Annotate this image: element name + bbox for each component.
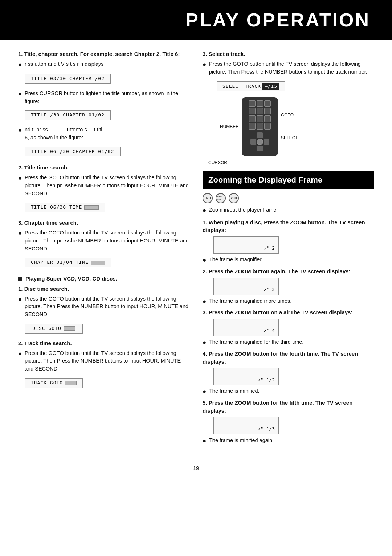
select-track-bullet1-text: Press the GOTO button until the TV scree… (209, 60, 374, 76)
zoom-tv-box-2: ↗" 3 (213, 278, 279, 295)
select-label: SELECT (281, 135, 298, 141)
section2-heading: 2. Title time search. (18, 164, 189, 172)
zoom-tv-box-4: ↗" 1/2 (213, 368, 279, 385)
dvd-icon: DVD (203, 193, 213, 203)
dpad-center (257, 139, 263, 145)
select-track-bullet1: ● Press the GOTO button until the TV scr… (203, 60, 374, 76)
zoom-tv-box-1: ↗" 2 (213, 236, 279, 254)
zoom-step5-bullet: ● The frame is minified again. (203, 437, 374, 445)
goto-label: GOTO (281, 112, 298, 118)
screen-display-2: TITLE /30 CHAPTER 01/02 (25, 110, 111, 120)
dpad-right (264, 139, 269, 145)
bullet-icon: ● (203, 437, 209, 445)
section3-heading: 3. Chapter time search. (18, 219, 189, 227)
section2-bullet1-text: Press the GOTO button until the TV scree… (25, 174, 189, 197)
select-track-value: —/15 (262, 83, 279, 90)
zoom-bullet-text: Zoom in/out the player frame. (209, 206, 374, 215)
super-vcd-disc: Super VCD (216, 193, 226, 203)
zoom-step4-bullet-text: The frame is minified. (209, 387, 374, 396)
bullet-icon: ● (18, 174, 25, 197)
right-column: 3. Select a track. ● Press the GOTO butt… (203, 50, 374, 448)
section4-sub2-bullet1: ● Press the GOTO button until the TV scr… (18, 349, 189, 373)
bullet-icon: ● (203, 60, 209, 76)
page-number: 19 (0, 459, 392, 476)
dpad-left (250, 139, 256, 145)
number-buttons-grid (249, 100, 271, 130)
section1-bullet3-text: nd t pr ss uttonto s l t titl6, as shown… (25, 126, 189, 142)
section4-sub1-screen: DISC GOTO (18, 322, 189, 336)
zoom-step1-heading: 1. When playing a disc, Press the ZOOM b… (203, 218, 374, 234)
super-vcd-icon: Super VCD (216, 193, 226, 203)
section1-screen3: TITLE 06 /30 CHAPTER 01/02 (18, 145, 189, 159)
select-track-label: SELECT TRACK (222, 83, 261, 90)
remote-btn-9 (264, 115, 271, 122)
bullet-icon: ● (203, 297, 209, 306)
screen-display-5: CHAPTER 01/04 TIME (25, 258, 111, 267)
zoom-tv-icon-1: ↗" 2 (264, 245, 275, 252)
remote-btn-11 (257, 123, 263, 130)
zoom-step1-bullet-text: The frame is magnified. (209, 256, 374, 265)
section4-sub1-heading: 1. Disc time search. (18, 285, 189, 293)
bullet-icon: ● (203, 338, 209, 347)
disc-icons-row: DVD Super VCD VCD (203, 193, 374, 203)
track-goto-placeholder (65, 381, 77, 385)
screen-display-1: TITLE 03/30 CHAPTER /02 (25, 74, 111, 84)
page-header: PLAY OPERATION (0, 0, 392, 40)
section1-screen2: TITLE /30 CHAPTER 01/02 (18, 108, 189, 122)
zoom-step4-bullet: ● The frame is minified. (203, 387, 374, 396)
section2-screen1: TITLE 06/30 TIME (18, 200, 189, 214)
zoom-tv-icon-5: ↗" 1/3 (258, 426, 275, 433)
zoom-bullet-zoom: ● Zoom in/out the player frame. (203, 206, 374, 215)
zoom-tv-icon-4: ↗" 1/2 (258, 377, 275, 384)
bullet-icon: ● (203, 206, 209, 215)
section4-sub2-screen: TRACK GOTO (18, 376, 189, 390)
zoom-step3-heading: 3. Press the ZOOM button on a airThe TV … (203, 308, 374, 316)
screen-display-4: TITLE 06/30 TIME (25, 203, 105, 212)
section1-screen1: TITLE 03/30 CHAPTER /02 (18, 72, 189, 86)
page-wrapper: PLAY OPERATION 1. Title, chapter search.… (0, 0, 392, 556)
section4-sub2-bullet1-text: Press the GOTO button until the TV scree… (25, 349, 189, 373)
zoom-tv-box-3: ↗" 4 (213, 319, 279, 336)
sq-bullet-icon (18, 277, 22, 281)
remote-btn-2 (257, 100, 263, 107)
section1-bullet1: ● r ss utton and t V s t s r n displays (18, 60, 189, 69)
cursor-label-row: CURSOR (203, 160, 374, 166)
remote-right-labels: GOTO SELECT (281, 112, 298, 141)
zoom-step3-bullet: ● The frame is magnified for the third t… (203, 338, 374, 347)
section1-bullet3: ● nd t pr ss uttonto s l t titl6, as sho… (18, 126, 189, 142)
remote-btn-10 (249, 123, 256, 130)
remote-btn-8 (257, 115, 263, 122)
bullet-icon: ● (18, 349, 25, 373)
zoom-tv-box-5: ↗" 1/3 (213, 417, 279, 434)
bullet-icon: ● (18, 126, 25, 142)
section1-bullet1-text: r ss utton and t V s t s r n displays (25, 60, 189, 69)
remote-btn-5 (257, 108, 263, 114)
left-column: 1. Title, chapter search. For example, s… (18, 50, 189, 448)
section1-heading: 1. Title, chapter search. For example, s… (18, 50, 189, 58)
page-title: PLAY OPERATION (0, 7, 370, 34)
section1-bullet2-text: Press CURSOR button to lighten the title… (25, 90, 189, 106)
dpad-up (257, 132, 263, 138)
bullet-icon: ● (18, 90, 25, 106)
bullet-icon: ● (18, 60, 25, 69)
screen-display-disc-goto: DISC GOTO (25, 324, 83, 334)
zoom-step2-heading: 2. Press the ZOOM button again. The TV s… (203, 267, 374, 275)
remote-btn-12 (264, 123, 271, 130)
time-display-placeholder2 (91, 261, 105, 265)
zoom-step1-bullet: ● The frame is magnified. (203, 256, 374, 265)
dpad (250, 132, 269, 151)
section4-sub1-bullet1: ● Press the GOTO button until the TV scr… (18, 295, 189, 319)
select-track-heading: 3. Select a track. (203, 50, 374, 58)
zoom-step5-heading: 5. Press the ZOOM button for the fifth t… (203, 399, 374, 415)
time-display-placeholder (84, 205, 99, 210)
section1-bullet2: ● Press CURSOR button to lighten the tit… (18, 90, 189, 106)
remote-btn-7 (249, 115, 256, 122)
zoom-step2-bullet-text: The frame is magnified more times. (209, 297, 374, 306)
section3-screen1: CHAPTER 01/04 TIME (18, 255, 189, 270)
zoom-section-header: Zooming the Displayed Frame (203, 171, 374, 189)
remote-number-label: NUMBER (217, 124, 239, 130)
bullet-icon: ● (18, 295, 25, 319)
remote-btn-6 (264, 108, 271, 114)
disc-goto-placeholder (64, 326, 75, 331)
remote-btn-1 (249, 100, 256, 107)
